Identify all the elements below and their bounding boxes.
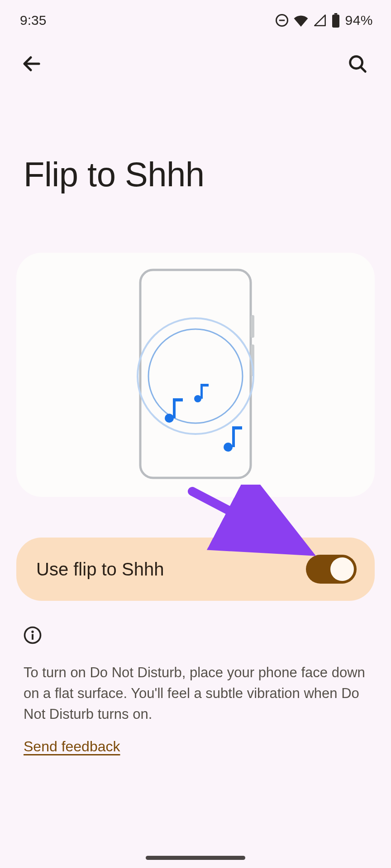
search-button[interactable] (344, 51, 371, 78)
status-right: 94% (275, 13, 373, 28)
status-time: 9:35 (20, 13, 46, 28)
back-button[interactable] (18, 51, 45, 78)
battery-icon (331, 13, 340, 28)
gesture-nav-handle[interactable] (146, 856, 245, 860)
svg-rect-7 (251, 315, 254, 338)
toggle-switch[interactable] (306, 555, 357, 584)
svg-point-10 (148, 329, 243, 423)
battery-percent: 94% (345, 13, 373, 28)
app-bar (0, 33, 391, 78)
svg-rect-2 (334, 13, 337, 14)
svg-point-9 (138, 318, 253, 434)
toggle-label: Use flip to Shhh (36, 559, 164, 580)
info-icon (24, 626, 367, 646)
svg-rect-16 (173, 398, 183, 401)
toggle-row[interactable]: Use flip to Shhh (16, 538, 375, 601)
illustration-card (16, 253, 375, 497)
svg-rect-3 (332, 14, 339, 28)
svg-point-11 (194, 395, 201, 402)
search-icon (347, 53, 368, 75)
svg-rect-23 (32, 634, 33, 640)
status-bar: 9:35 94% (0, 0, 391, 33)
page-title: Flip to Shhh (0, 78, 391, 194)
send-feedback-link[interactable]: Send feedback (24, 738, 120, 755)
svg-rect-13 (200, 384, 209, 387)
svg-point-22 (31, 631, 33, 633)
toggle-knob (330, 557, 354, 581)
svg-line-5 (361, 67, 366, 71)
cell-signal-icon (313, 14, 327, 27)
arrow-back-icon (21, 53, 43, 76)
info-text: To turn on Do Not Disturb, place your ph… (24, 662, 367, 725)
info-block: To turn on Do Not Disturb, place your ph… (24, 626, 367, 755)
svg-point-14 (165, 414, 174, 423)
svg-line-20 (192, 491, 292, 543)
dnd-icon (275, 14, 289, 27)
flip-shhh-illustration (128, 265, 263, 484)
svg-point-17 (224, 443, 233, 452)
wifi-icon (293, 14, 309, 27)
svg-rect-19 (232, 426, 242, 429)
